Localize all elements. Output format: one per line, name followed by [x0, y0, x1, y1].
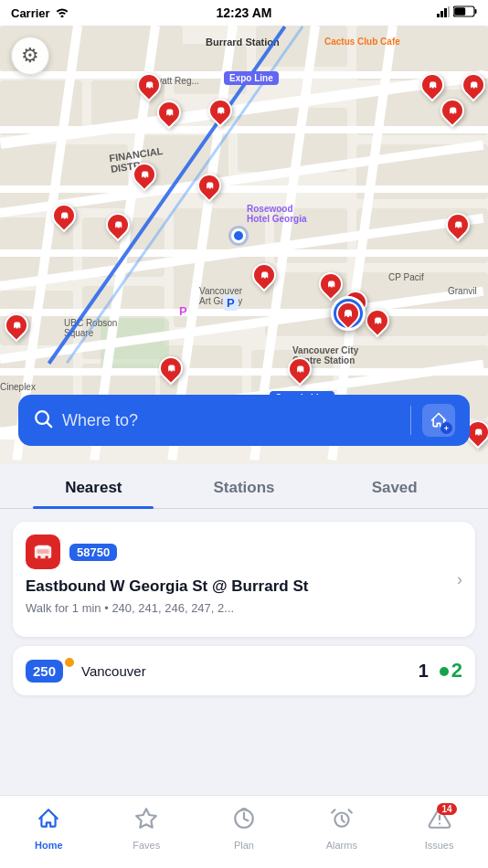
- svg-point-86: [349, 316, 351, 318]
- home-add-button[interactable]: +: [422, 404, 455, 437]
- arrival-times: 1 2: [419, 659, 462, 683]
- svg-rect-90: [37, 545, 49, 549]
- nav-plan-label: Plan: [234, 840, 254, 851]
- granville-label: Granvil: [448, 286, 477, 296]
- search-divider: [410, 406, 411, 435]
- svg-rect-5: [475, 9, 477, 14]
- nav-alarms[interactable]: Alarms: [292, 807, 390, 858]
- settings-gear-icon: ⚙: [21, 44, 39, 68]
- tab-nearest[interactable]: Nearest: [18, 479, 169, 508]
- stop-card-header: 58750: [26, 535, 462, 569]
- stop-card-partial[interactable]: 250 Vancouver 1 2: [13, 646, 475, 695]
- arrival-time-2: 2: [440, 659, 462, 683]
- stop-icon-wrap: [26, 535, 60, 569]
- bottom-nav: Home Faves Plan Alarms 14 Issues: [0, 795, 488, 868]
- signal-icon: [437, 6, 450, 20]
- chevron-right-icon: ›: [457, 570, 462, 589]
- selected-station-marker[interactable]: [331, 296, 366, 331]
- svg-rect-93: [37, 549, 49, 554]
- nav-plan[interactable]: Plan: [196, 807, 293, 858]
- svg-line-88: [47, 422, 51, 427]
- cards-container: 58750 Eastbound W Georgia St @ Burrard S…: [0, 509, 488, 695]
- tab-stations[interactable]: Stations: [169, 479, 320, 508]
- svg-point-92: [45, 556, 48, 559]
- arrival-time-1: 1: [419, 661, 429, 682]
- svg-rect-3: [448, 6, 450, 17]
- alarms-nav-icon: [330, 807, 354, 836]
- svg-point-91: [37, 556, 41, 559]
- stop-name: Eastbound W Georgia St @ Burrard St: [26, 577, 462, 597]
- search-icon: [33, 408, 53, 433]
- status-bar-right: [437, 5, 477, 20]
- user-location-dot: [231, 228, 246, 243]
- ubc-icon: P: [179, 304, 187, 318]
- search-bar[interactable]: Where to? +: [18, 395, 470, 446]
- status-bar-left: Carrier: [11, 6, 69, 20]
- faves-nav-icon: [134, 807, 158, 836]
- tab-saved[interactable]: Saved: [319, 479, 470, 508]
- settings-button[interactable]: ⚙: [11, 37, 49, 75]
- cp-pacific-label: CP Pacif: [388, 272, 424, 282]
- stop-card-1[interactable]: 58750 Eastbound W Georgia St @ Burrard S…: [13, 522, 475, 637]
- carrier-label: Carrier: [11, 6, 50, 20]
- wifi-icon: [55, 6, 69, 20]
- nav-issues[interactable]: 14 Issues: [390, 807, 488, 858]
- home-nav-icon: [37, 807, 60, 836]
- cineplex-label: Cineplex: [0, 382, 36, 392]
- nav-faves-label: Faves: [133, 840, 160, 851]
- svg-rect-84: [345, 310, 351, 312]
- rosewood-label: RosewoodHotel Georgia: [247, 204, 307, 224]
- nav-issues-label: Issues: [425, 840, 454, 851]
- status-bar-time: 12:23 AM: [217, 5, 272, 20]
- stop-id-badge: 58750: [69, 544, 117, 561]
- map-area[interactable]: ⚙ FINANCIALDISTR. Hyatt Reg... RosewoodH…: [0, 26, 488, 464]
- svg-rect-1: [440, 11, 443, 17]
- nav-home-label: Home: [35, 840, 63, 851]
- svg-point-85: [345, 316, 347, 318]
- cactus-club-label: Cactus Club Cafe: [324, 37, 400, 47]
- battery-icon: [453, 5, 477, 20]
- plan-nav-icon: [232, 807, 256, 836]
- nav-home[interactable]: Home: [0, 807, 98, 858]
- route-250-wrap: 250: [26, 660, 72, 683]
- nav-faves[interactable]: Faves: [98, 807, 196, 858]
- stop-walk-info: Walk for 1 min • 240, 241, 246, 247, 2..…: [26, 601, 462, 615]
- home-add-plus-icon: +: [440, 422, 452, 434]
- parking-icon: P: [223, 295, 239, 311]
- svg-marker-94: [136, 809, 156, 828]
- svg-rect-0: [437, 14, 440, 17]
- route-num-box: 250: [26, 660, 63, 683]
- svg-rect-6: [454, 7, 465, 16]
- warning-dot: [63, 656, 76, 669]
- expo-line-badge: Expo Line: [224, 71, 279, 85]
- issues-badge: 14: [437, 803, 456, 815]
- issues-nav-icon: 14: [428, 807, 451, 836]
- status-bar: Carrier 12:23 AM: [0, 0, 488, 26]
- svg-rect-2: [444, 8, 447, 17]
- search-input[interactable]: Where to?: [62, 411, 399, 430]
- nav-alarms-label: Alarms: [326, 840, 357, 851]
- tabs-row: Nearest Stations Saved: [0, 464, 488, 509]
- partial-destination: Vancouver: [81, 663, 419, 679]
- bottom-panel: Nearest Stations Saved 58750 Eastbound: [0, 464, 488, 820]
